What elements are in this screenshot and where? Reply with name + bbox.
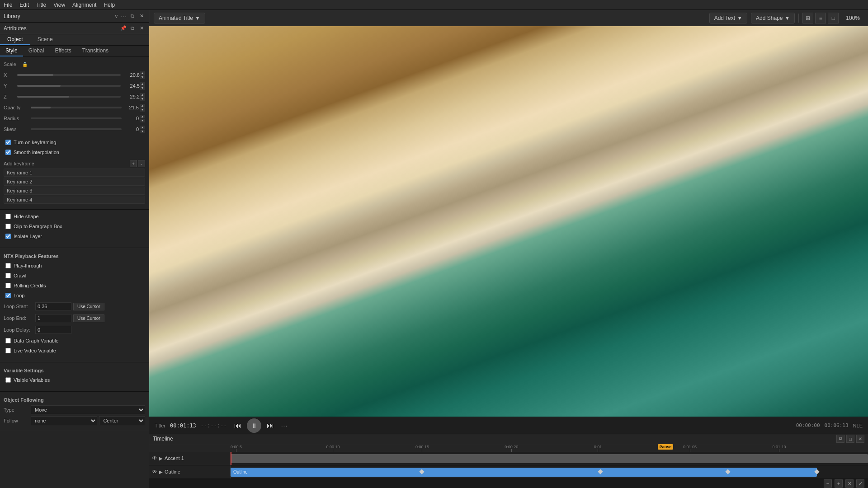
scale-x-up[interactable]: ▲: [140, 71, 145, 75]
type-select[interactable]: Move: [31, 405, 145, 414]
scale-label-row: Scale 🔒: [4, 60, 145, 69]
loop-label: Loop: [14, 293, 24, 298]
track-outline-arrow-icon[interactable]: ▶: [159, 469, 163, 474]
menu-edit[interactable]: Edit: [19, 2, 29, 8]
zoom-in-btn[interactable]: +: [835, 479, 843, 488]
follow-select[interactable]: none: [31, 416, 97, 425]
scale-y-value: 24.5: [123, 83, 140, 89]
menu-view[interactable]: View: [53, 2, 65, 8]
view-btn-2[interactable]: ≡: [815, 13, 826, 23]
keyframe-remove-btn[interactable]: -: [138, 160, 145, 167]
tl-close-btn[interactable]: ✕: [856, 435, 864, 443]
loop-end-cursor-btn[interactable]: Use Cursor: [73, 314, 104, 322]
skip-forward-btn[interactable]: ⏭: [264, 419, 277, 432]
opacity-up[interactable]: ▲: [140, 104, 145, 108]
menu-bar: File Edit Title View Alignment Help: [0, 0, 868, 10]
keyframe-item-2[interactable]: Keyframe 2: [4, 178, 145, 186]
nle-label: NLE: [853, 423, 863, 428]
library-close-btn[interactable]: ✕: [138, 13, 145, 20]
radius-slider[interactable]: [31, 117, 122, 119]
loop-start-cursor-btn[interactable]: Use Cursor: [73, 303, 104, 310]
tab-effects[interactable]: Effects: [49, 46, 76, 56]
scale-x-slider[interactable]: [17, 74, 121, 76]
library-more-icon[interactable]: ···: [120, 13, 127, 20]
pause-btn[interactable]: ⏸: [247, 418, 261, 433]
tab-scene[interactable]: Scene: [30, 34, 60, 45]
smooth-interpolation-checkbox[interactable]: [5, 150, 11, 155]
library-collapse-icon[interactable]: ∨: [114, 13, 118, 19]
track-accent-eye-icon[interactable]: 👁: [152, 455, 157, 461]
tab-global[interactable]: Global: [23, 46, 50, 56]
radius-down[interactable]: ▼: [140, 119, 145, 122]
live-video-checkbox[interactable]: [5, 348, 11, 353]
scale-lock-icon[interactable]: 🔒: [22, 61, 28, 67]
add-text-btn[interactable]: Add Text ▼: [709, 13, 747, 23]
menu-title[interactable]: Title: [36, 2, 46, 8]
loop-delay-input[interactable]: [35, 326, 71, 334]
menu-help[interactable]: Help: [104, 2, 115, 8]
keyframe-add-btn[interactable]: +: [130, 160, 137, 167]
menu-file[interactable]: File: [4, 2, 12, 8]
skip-back-btn[interactable]: ⏮: [231, 419, 244, 432]
timeline-header: Timeline ⧉ □ ✕: [149, 434, 868, 444]
scale-y-row: Y 24.5 ▲ ▼: [4, 81, 145, 90]
keyframe-item-3[interactable]: Keyframe 3: [4, 187, 145, 195]
opacity-slider[interactable]: [31, 107, 122, 108]
crawl-checkbox[interactable]: [5, 273, 11, 278]
scale-z-slider[interactable]: [17, 96, 121, 98]
confirm-btn[interactable]: ✓: [856, 479, 864, 488]
hide-shape-checkbox[interactable]: [5, 214, 11, 219]
turn-on-keyframing-checkbox[interactable]: [5, 140, 11, 145]
type-label: Type: [4, 407, 31, 413]
grid-view-btn[interactable]: ⊞: [802, 13, 813, 23]
scale-y-slider[interactable]: [17, 85, 121, 87]
keyframe-item-4[interactable]: Keyframe 4: [4, 196, 145, 204]
tab-style[interactable]: Style: [0, 46, 23, 56]
scale-x-label: X: [4, 72, 17, 78]
animated-title-btn[interactable]: Animated Title ▼: [154, 13, 205, 23]
track-outline-eye-icon[interactable]: 👁: [152, 469, 157, 475]
toolbar: Animated Title ▼ Add Text ▼ Add Shape ▼ …: [149, 10, 868, 26]
scale-z-down[interactable]: ▼: [140, 97, 145, 101]
attributes-title: Attributes: [4, 25, 27, 32]
zoom-level: 100%: [842, 15, 863, 21]
clip-paragraph-checkbox[interactable]: [5, 224, 11, 229]
attributes-pin-btn[interactable]: 📌: [120, 25, 127, 32]
skew-up[interactable]: ▲: [140, 126, 145, 129]
track-outline-name: Outline: [165, 469, 227, 474]
visible-variables-checkbox[interactable]: [5, 377, 11, 383]
view-btn-3[interactable]: □: [828, 13, 839, 23]
add-text-dropdown-icon: ▼: [737, 15, 742, 21]
scale-y-up[interactable]: ▲: [140, 82, 145, 86]
tl-icon-2[interactable]: □: [846, 435, 854, 443]
tab-transitions[interactable]: Transitions: [77, 46, 114, 56]
opacity-down[interactable]: ▼: [140, 108, 145, 112]
accent-block[interactable]: [231, 454, 868, 463]
add-shape-btn[interactable]: Add Shape ▼: [751, 13, 795, 23]
loop-start-input[interactable]: [35, 302, 71, 310]
track-accent-arrow-icon[interactable]: ▶: [159, 456, 163, 461]
center-select[interactable]: Center: [99, 416, 145, 425]
play-through-checkbox[interactable]: [5, 263, 11, 268]
scale-x-down[interactable]: ▼: [140, 75, 145, 79]
tl-icon-1[interactable]: ⧉: [836, 435, 844, 443]
isolate-layer-checkbox[interactable]: [5, 234, 11, 239]
scale-z-up[interactable]: ▲: [140, 93, 145, 97]
rolling-credits-checkbox[interactable]: [5, 283, 11, 288]
skew-down[interactable]: ▼: [140, 130, 145, 133]
scale-y-down[interactable]: ▼: [140, 86, 145, 90]
data-graph-checkbox[interactable]: [5, 338, 11, 343]
tab-object[interactable]: Object: [0, 34, 30, 45]
delete-btn[interactable]: ✕: [845, 479, 854, 488]
skew-slider[interactable]: [31, 128, 122, 130]
playback-more-icon[interactable]: ···: [281, 422, 288, 429]
library-popout-btn[interactable]: ⧉: [129, 13, 136, 20]
zoom-out-btn[interactable]: −: [824, 479, 832, 488]
loop-end-input[interactable]: [35, 314, 71, 322]
loop-checkbox[interactable]: [5, 293, 11, 298]
attributes-popout-btn[interactable]: ⧉: [129, 25, 136, 32]
menu-alignment[interactable]: Alignment: [72, 2, 96, 8]
attributes-close-btn[interactable]: ✕: [138, 25, 145, 32]
keyframe-item-1[interactable]: Keyframe 1: [4, 169, 145, 177]
radius-up[interactable]: ▲: [140, 115, 145, 118]
